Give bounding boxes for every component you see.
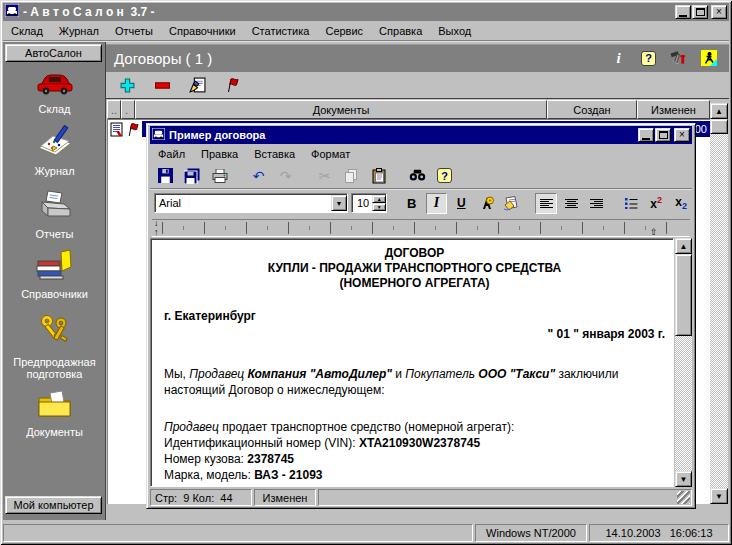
window-title: - А в т о С а л о н 3.7 -: [23, 5, 154, 19]
help-icon[interactable]: ?: [640, 50, 657, 67]
sidebar-item-otchety[interactable]: Отчеты: [3, 189, 106, 240]
maximize-button[interactable]: [692, 5, 708, 19]
scrollbar-thumb[interactable]: [710, 119, 728, 134]
document-canvas[interactable]: ДОГОВОР КУПЛИ - ПРОДАЖИ ТРАНСПОРТНОГО СР…: [150, 238, 674, 487]
doc-vin-line: Идентификационный номер (VIN): XTA210930…: [164, 435, 665, 451]
add-icon[interactable]: [118, 76, 136, 94]
find-icon[interactable]: [406, 165, 429, 186]
menu-vykhod[interactable]: Выход: [430, 23, 479, 39]
column-icon1[interactable]: ..: [107, 100, 121, 119]
doc-date: " 01 " января 2003 г.: [164, 326, 665, 342]
doc-scroll-down-icon[interactable]: ▼: [675, 471, 692, 487]
doc-seller-line: Продавец продает транспортное средство (…: [164, 419, 665, 435]
doc-scrollbar-thumb[interactable]: [675, 254, 692, 336]
car-icon: [35, 70, 75, 100]
cursor-position: Стр: 9 Кол: 44: [150, 489, 252, 506]
menu-zhurnal[interactable]: Журнал: [51, 23, 107, 39]
paste-icon[interactable]: [367, 165, 390, 186]
app-window: - А в т о С а л о н 3.7 - × Склад Журнал…: [0, 0, 732, 545]
doc-title-line2: КУПЛИ - ПРОДАЖИ ТРАНСПОРТНОГО СРЕДСТВА: [164, 261, 665, 276]
editor-minimize-button[interactable]: [638, 128, 654, 142]
ruler-indent-marker[interactable]: ⇧: [650, 228, 658, 237]
editor-app-icon: [152, 126, 165, 144]
ruler[interactable]: ↓ ↑ ⇧: [152, 219, 690, 237]
doc-parties-paragraph: Мы, Продавец Компания "АвтоДилер" и Поку…: [164, 366, 665, 398]
font-color-icon[interactable]: [475, 193, 497, 214]
subscript-button[interactable]: x2: [670, 193, 692, 214]
sidebar-item-spravochniki[interactable]: Справочники: [3, 249, 106, 300]
sidebar-item-predprodazhnaya[interactable]: Предпродажная подготовка: [3, 313, 106, 380]
delete-icon[interactable]: [153, 76, 171, 94]
document-scrollbar[interactable]: ▲ ▼: [675, 238, 692, 487]
editor-toolbar-format: Arial ▼ 10 ▲ ▼ B I U: [150, 188, 692, 218]
panel-header: Договоры ( 1 ) i ?: [106, 44, 729, 72]
menu-sklad[interactable]: Склад: [3, 23, 51, 39]
chevron-down-icon[interactable]: ▼: [331, 195, 347, 211]
my-computer-button[interactable]: Мой компьютер: [5, 496, 102, 514]
print-icon[interactable]: [208, 165, 231, 186]
column-icon2[interactable]: .: [121, 100, 135, 119]
titlebar[interactable]: - А в т о С а л о н 3.7 - ×: [3, 3, 729, 21]
column-izmenen[interactable]: Изменен: [637, 100, 710, 119]
cut-icon[interactable]: ✂: [313, 165, 336, 186]
editor-menu-format[interactable]: Формат: [303, 146, 358, 162]
exit-icon[interactable]: [700, 50, 717, 67]
minimize-button[interactable]: [675, 5, 691, 19]
font-size-stepper[interactable]: 10 ▲ ▼: [351, 193, 387, 213]
menu-statistika[interactable]: Статистика: [244, 23, 318, 39]
scroll-up-icon[interactable]: ▲: [710, 103, 728, 119]
bold-button[interactable]: B: [401, 193, 423, 214]
editor-menu-file[interactable]: Файл: [150, 146, 193, 162]
underline-button[interactable]: U: [450, 193, 472, 214]
spin-down-icon[interactable]: ▼: [372, 203, 386, 211]
sidebar-item-label: Журнал: [34, 165, 74, 177]
tools-icon[interactable]: [670, 50, 687, 67]
column-sozdan[interactable]: Создан: [547, 100, 637, 119]
flag-icon[interactable]: [223, 76, 241, 94]
ruler-bottom-marker[interactable]: ↑: [154, 228, 159, 237]
highlight-icon[interactable]: [500, 193, 522, 214]
font-size-value: 10: [357, 197, 369, 209]
editor-close-button[interactable]: ×: [674, 128, 690, 142]
sidebar-item-zhurnal[interactable]: Журнал: [3, 124, 106, 177]
resize-grip[interactable]: [677, 491, 690, 504]
menu-servis[interactable]: Сервис: [317, 23, 371, 39]
sidebar-item-dokumenty[interactable]: Документы: [3, 389, 106, 438]
sidebar-group-avtosalon[interactable]: АвтоСалон: [5, 44, 102, 62]
table-scrollbar[interactable]: ▲ ▼: [710, 103, 728, 504]
save-all-icon[interactable]: [181, 165, 204, 186]
editor-menu-edit[interactable]: Правка: [193, 146, 246, 162]
copy-icon[interactable]: [340, 165, 363, 186]
editor-help-icon[interactable]: ?: [433, 165, 456, 186]
status-message: [3, 524, 473, 542]
save-icon[interactable]: [154, 165, 177, 186]
info-icon[interactable]: i: [610, 50, 627, 67]
close-button[interactable]: ×: [711, 5, 727, 19]
main-content: Договоры ( 1 ) i ?: [106, 42, 729, 520]
align-left-button[interactable]: [535, 193, 557, 214]
redo-icon[interactable]: ↷: [274, 165, 297, 186]
editor-titlebar[interactable]: Пример договора ×: [150, 126, 692, 144]
column-dokumenty[interactable]: Документы: [135, 100, 547, 119]
editor-toolbar-main: ↶ ↷ ✂ ?: [150, 163, 692, 188]
align-right-button[interactable]: [585, 193, 607, 214]
menu-spravochniki[interactable]: Справочники: [161, 23, 244, 39]
scroll-down-icon[interactable]: ▼: [710, 488, 728, 504]
menu-otchety[interactable]: Отчеты: [107, 23, 161, 39]
undo-icon[interactable]: ↶: [247, 165, 270, 186]
editor-menu-insert[interactable]: Вставка: [246, 146, 303, 162]
superscript-button[interactable]: x2: [645, 193, 667, 214]
doc-title-line1: ДОГОВОР: [164, 246, 665, 261]
sidebar-item-sklad[interactable]: Склад: [3, 70, 106, 115]
edit-icon[interactable]: [188, 76, 206, 94]
bullet-list-icon[interactable]: [620, 193, 642, 214]
menu-spravka[interactable]: Справка: [371, 23, 430, 39]
align-center-button[interactable]: [560, 193, 582, 214]
modified-badge: Изменен: [254, 489, 316, 506]
spin-up-icon[interactable]: ▲: [372, 195, 386, 203]
app-icon: [5, 3, 19, 21]
editor-maximize-button[interactable]: [655, 128, 671, 142]
doc-scroll-up-icon[interactable]: ▲: [675, 238, 692, 254]
italic-button[interactable]: I: [426, 193, 448, 214]
font-select[interactable]: Arial ▼: [154, 193, 348, 213]
